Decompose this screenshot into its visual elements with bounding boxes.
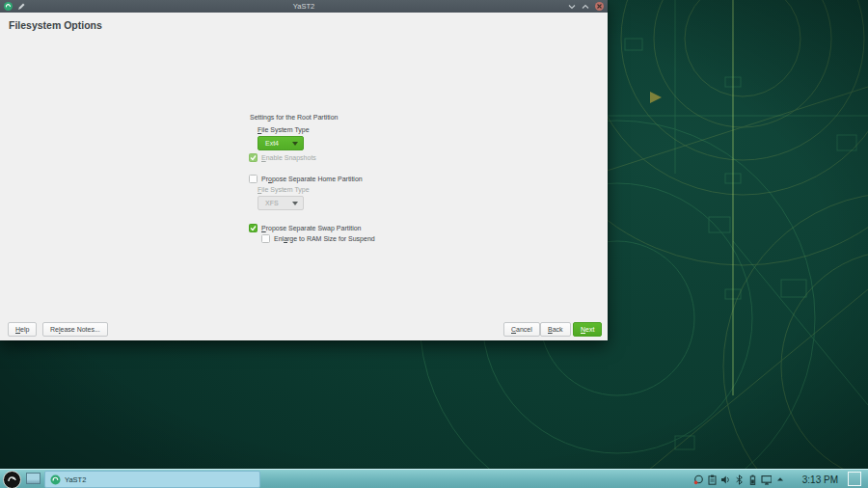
- close-icon[interactable]: [595, 2, 604, 11]
- enable-snapshots-label: Enable Snapshots: [261, 154, 316, 161]
- root-fs-type-dropdown[interactable]: Ext4: [258, 136, 304, 150]
- check-icon: [250, 225, 257, 231]
- taskbar-task-yast2[interactable]: YaST2: [44, 471, 260, 488]
- yast2-window: YaST2 Filesystem Options Settings for th…: [0, 0, 608, 340]
- system-tray: [693, 470, 785, 488]
- back-button[interactable]: Back: [540, 322, 571, 337]
- maximize-icon[interactable]: [582, 4, 589, 10]
- clock[interactable]: 3:13 PM: [802, 470, 838, 488]
- desktop: YaST2 Filesystem Options Settings for th…: [0, 0, 868, 488]
- minimize-icon[interactable]: [568, 4, 576, 10]
- window-title: YaST2: [0, 0, 608, 13]
- enlarge-swap-row: Enlarge to RAM Size for Suspend: [261, 234, 375, 243]
- home-partition-checkbox[interactable]: [249, 175, 258, 183]
- swap-partition-label: Propose Separate Swap Partition: [261, 225, 362, 231]
- enable-snapshots-checkbox[interactable]: [249, 153, 258, 162]
- chevron-down-icon: [292, 202, 298, 205]
- software-update-icon[interactable]: [693, 474, 704, 485]
- enlarge-swap-label: Enlarge to RAM Size for Suspend: [274, 235, 375, 242]
- root-section-label: Settings for the Root Partition: [250, 114, 338, 121]
- task-label: YaST2: [65, 475, 86, 484]
- opensuse-launcher-icon[interactable]: [3, 471, 21, 488]
- enlarge-swap-checkbox[interactable]: [261, 234, 270, 243]
- check-icon: [250, 154, 257, 161]
- enable-snapshots-row: Enable Snapshots: [249, 153, 316, 162]
- release-notes-button[interactable]: Release Notes...: [42, 322, 108, 337]
- bluetooth-icon[interactable]: [734, 474, 745, 485]
- pencil-icon: [17, 3, 25, 11]
- root-fs-type-label: File System Type: [258, 126, 310, 133]
- desktop-pager[interactable]: [26, 473, 41, 484]
- next-button[interactable]: Next: [573, 322, 602, 337]
- swap-partition-checkbox[interactable]: [249, 224, 258, 232]
- battery-icon[interactable]: [747, 474, 758, 485]
- home-fs-type-dropdown[interactable]: XFS: [258, 196, 304, 210]
- page-title: Filesystem Options: [9, 19, 102, 31]
- home-fs-type-label: File System Type: [258, 186, 310, 193]
- chevron-down-icon: [292, 142, 298, 146]
- expand-tray-icon[interactable]: [774, 474, 785, 485]
- swap-partition-row: Propose Separate Swap Partition: [249, 224, 362, 232]
- home-fs-type-value: XFS: [265, 200, 279, 206]
- clipboard-icon[interactable]: [707, 474, 718, 485]
- help-button[interactable]: Help: [8, 322, 37, 337]
- yast-app-icon: [50, 474, 61, 485]
- display-icon[interactable]: [761, 474, 772, 485]
- show-desktop-button[interactable]: [848, 472, 861, 486]
- titlebar[interactable]: YaST2: [0, 0, 608, 13]
- cancel-button[interactable]: Cancel: [503, 322, 540, 337]
- root-fs-type-value: Ext4: [265, 140, 279, 147]
- yast-app-icon: [4, 2, 13, 11]
- taskbar: YaST2: [0, 469, 868, 488]
- volume-icon[interactable]: [720, 474, 731, 485]
- home-partition-label: Propose Separate Home Partition: [261, 176, 363, 182]
- home-partition-row: Propose Separate Home Partition: [249, 175, 363, 183]
